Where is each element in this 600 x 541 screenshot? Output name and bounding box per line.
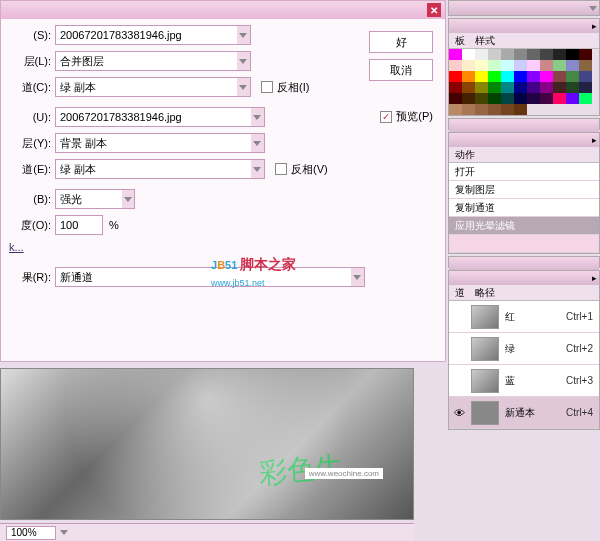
k-link[interactable]: k... (9, 241, 24, 253)
tab-swatch[interactable]: 板 (455, 34, 465, 48)
chevron-down-icon[interactable] (237, 52, 250, 70)
close-icon[interactable]: ✕ (427, 3, 441, 17)
channel-row[interactable]: 绿 Ctrl+2 (449, 333, 599, 365)
chevron-down-icon[interactable] (251, 108, 264, 126)
action-item[interactable]: 复制通道 (449, 199, 599, 217)
layer-l-combo[interactable] (55, 51, 251, 71)
chevron-down-icon[interactable] (251, 134, 264, 152)
action-item[interactable]: 打开 (449, 163, 599, 181)
blend-b-input[interactable] (56, 190, 122, 208)
swatches-tabs: 板 样式 (449, 33, 599, 49)
layer-y-combo[interactable] (55, 133, 265, 153)
panels: ▸ 板 样式 ▸ 动作 打开 复制图层 复制通道 应用光晕滤镜 ▸ (448, 0, 600, 541)
result-r-input[interactable] (56, 268, 351, 286)
dialog-titlebar: ✕ (1, 1, 445, 19)
chevron-down-icon[interactable] (60, 530, 68, 535)
blend-b-combo[interactable] (55, 189, 135, 209)
cancel-button[interactable]: 取消 (369, 59, 433, 81)
document-preview: 彩色生 www.weochine.com (0, 368, 414, 520)
actions-panel: ▸ 动作 打开 复制图层 复制通道 应用光晕滤镜 (448, 132, 600, 254)
opacity-input[interactable] (55, 215, 103, 235)
eye-icon[interactable]: 👁 (451, 405, 467, 421)
pct-label: % (109, 219, 119, 231)
invert-i-label: 反相(I) (277, 80, 309, 95)
channel-row[interactable]: 👁 新通本 Ctrl+4 (449, 397, 599, 429)
chevron-down-icon[interactable] (122, 190, 134, 208)
label-c: 道(C): (9, 80, 51, 95)
channel-row[interactable]: 红 Ctrl+1 (449, 301, 599, 333)
jb51-logo: JB51 脚本之家 www.jb51.net (211, 245, 296, 288)
channel-thumb (471, 369, 499, 393)
channel-thumb (471, 305, 499, 329)
eye-icon[interactable] (451, 373, 467, 389)
watermark-text: 彩色生 (258, 447, 345, 492)
swatch-grid[interactable] (449, 49, 599, 115)
chevron-down-icon[interactable] (351, 268, 364, 286)
chevron-down-icon[interactable] (251, 160, 264, 178)
zoom-bar (0, 523, 414, 541)
label-b: (B): (9, 193, 51, 205)
action-item[interactable]: 应用光晕滤镜 (449, 217, 599, 235)
swatches-panel: ▸ 板 样式 (448, 18, 600, 116)
chevron-down-icon[interactable] (237, 78, 250, 96)
channel-list: 红 Ctrl+1 绿 Ctrl+2 蓝 Ctrl+3 👁 新通本 Ctrl+4 (449, 301, 599, 429)
preview-checkbox[interactable] (380, 111, 392, 123)
label-r: 果(R): (9, 270, 51, 285)
channel-row[interactable]: 蓝 Ctrl+3 (449, 365, 599, 397)
source-s-input[interactable] (56, 26, 237, 44)
label-o: 度(O): (9, 218, 51, 233)
zoom-input[interactable] (6, 526, 56, 540)
source-u-combo[interactable] (55, 107, 265, 127)
tab-actions[interactable]: 动作 (455, 148, 475, 162)
ok-button[interactable]: 好 (369, 31, 433, 53)
action-item[interactable] (449, 235, 599, 253)
eye-icon[interactable] (451, 341, 467, 357)
label-u: (U): (9, 111, 51, 123)
invert-v-label: 反相(V) (291, 162, 328, 177)
invert-v-checkbox[interactable] (275, 163, 287, 175)
source-u-input[interactable] (56, 108, 251, 126)
chevron-down-icon[interactable] (237, 26, 250, 44)
label-y: 层(Y): (9, 136, 51, 151)
menu-icon[interactable] (589, 6, 597, 11)
result-r-combo[interactable] (55, 267, 365, 287)
eye-icon[interactable] (451, 309, 467, 325)
tab-paths[interactable]: 略径 (475, 286, 495, 300)
dialog: ✕ (S): 层(L): 道(C): 反相(I) (0, 0, 446, 362)
channel-thumb (471, 401, 499, 425)
watermark-site: www.weochine.com (305, 468, 383, 479)
invert-i-checkbox[interactable] (261, 81, 273, 93)
label-l: 层(L): (9, 54, 51, 69)
channel-e-input[interactable] (56, 160, 251, 178)
panel-gap (448, 118, 600, 130)
layer-y-input[interactable] (56, 134, 251, 152)
channel-e-combo[interactable] (55, 159, 265, 179)
label-s: (S): (9, 29, 51, 41)
channel-c-input[interactable] (56, 78, 237, 96)
panel-top-strip (448, 0, 600, 16)
layer-l-input[interactable] (56, 52, 237, 70)
tab-channels[interactable]: 道 (455, 286, 465, 300)
preview-row: 预览(P) (380, 109, 433, 124)
channels-panel: ▸ 道 略径 红 Ctrl+1 绿 Ctrl+2 蓝 Ctrl+3 (448, 270, 600, 430)
action-item[interactable]: 复制图层 (449, 181, 599, 199)
actions-list: 打开 复制图层 复制通道 应用光晕滤镜 (449, 163, 599, 253)
preview-label: 预览(P) (396, 109, 433, 124)
panel-gap (448, 256, 600, 268)
panel-header: ▸ (449, 19, 599, 33)
label-e: 道(E): (9, 162, 51, 177)
tab-styles[interactable]: 样式 (475, 34, 495, 48)
source-s-combo[interactable] (55, 25, 251, 45)
channel-c-combo[interactable] (55, 77, 251, 97)
channel-thumb (471, 337, 499, 361)
dialog-buttons: 好 取消 (369, 31, 433, 87)
